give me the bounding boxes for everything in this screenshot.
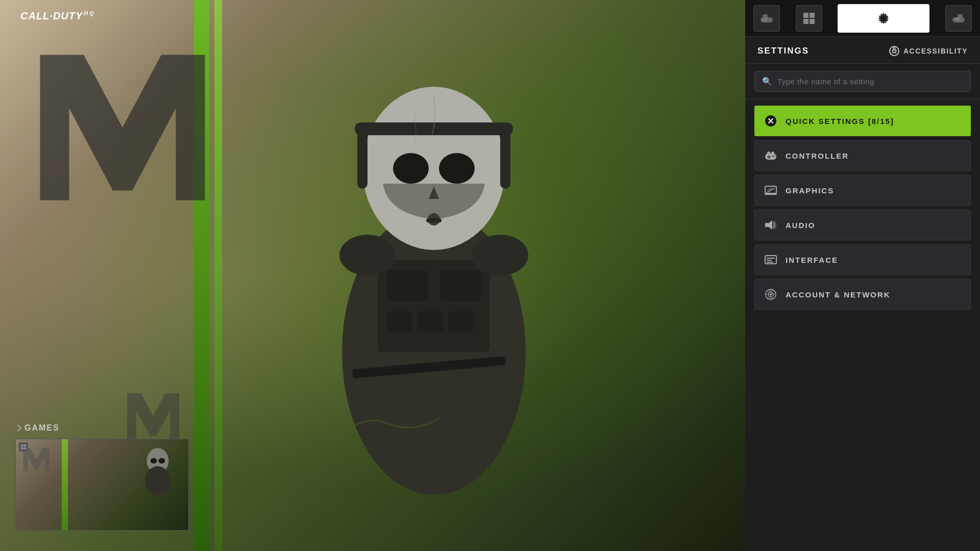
- settings-header: SETTINGS ACCESSIBILITY: [745, 37, 980, 64]
- cod-logo: CALL·DUTYHQ: [20, 10, 95, 22]
- svg-point-15: [472, 235, 528, 276]
- svg-point-39: [893, 47, 895, 49]
- ghost-character: [281, 0, 587, 551]
- nav-gear-button[interactable]: [838, 4, 929, 33]
- audio-icon: [764, 218, 777, 232]
- svg-point-23: [145, 466, 170, 495]
- svg-rect-50: [765, 193, 777, 195]
- svg-rect-3: [357, 128, 368, 189]
- svg-rect-44: [771, 152, 774, 156]
- game-background: CALL·DUTYHQ: [0, 0, 745, 551]
- gear-icon: [876, 11, 891, 26]
- accessibility-button[interactable]: ACCESSIBILITY: [889, 46, 968, 56]
- menu-item-account-network[interactable]: ACCOUNT & NETWORK: [754, 279, 971, 310]
- m-logo-large: [26, 31, 219, 224]
- menu-item-quick-settings[interactable]: QUICK SETTINGS [8/15]: [754, 106, 971, 136]
- graphics-label: GRAPHICS: [786, 186, 834, 195]
- svg-rect-4: [500, 128, 510, 189]
- svg-text:R1: R1: [955, 17, 960, 21]
- nav-left-button[interactable]: L1: [753, 5, 780, 32]
- interface-label: INTERFACE: [786, 256, 838, 264]
- search-input[interactable]: [777, 77, 963, 86]
- search-icon: 🔍: [762, 77, 772, 86]
- accessibility-label: ACCESSIBILITY: [903, 47, 968, 55]
- thumb-green-strip: [62, 439, 68, 530]
- nav-right-button[interactable]: R1: [945, 5, 972, 32]
- network-icon: [764, 288, 777, 301]
- game-thumbnail[interactable]: [15, 439, 189, 531]
- audio-label: AUDIO: [786, 221, 815, 230]
- svg-rect-54: [767, 260, 772, 261]
- svg-rect-24: [21, 444, 23, 447]
- svg-rect-53: [767, 258, 775, 259]
- svg-rect-27: [24, 447, 27, 450]
- svg-rect-26: [21, 447, 23, 450]
- menu-item-controller[interactable]: CONTROLLER: [754, 140, 971, 171]
- svg-point-6: [393, 153, 429, 184]
- controller-label: CONTROLLER: [786, 152, 849, 160]
- interface-icon: [764, 253, 777, 266]
- menu-item-graphics[interactable]: GRAPHICS: [754, 175, 971, 206]
- search-container: 🔍: [745, 64, 980, 99]
- svg-rect-55: [767, 262, 773, 263]
- svg-point-21: [151, 458, 157, 464]
- cod-logo-text: CALL·DUTYHQ: [20, 10, 95, 21]
- accessibility-icon: [889, 46, 899, 56]
- graphics-icon: [764, 184, 777, 197]
- top-nav: L1 R1: [745, 0, 980, 37]
- svg-text:L1: L1: [763, 17, 767, 21]
- settings-title: SETTINGS: [757, 46, 809, 56]
- settings-menu: QUICK SETTINGS [8/15] CONTROLLER: [745, 99, 980, 316]
- svg-rect-18: [448, 311, 474, 332]
- svg-point-47: [772, 156, 774, 157]
- svg-rect-12: [387, 270, 428, 301]
- svg-rect-17: [418, 311, 443, 332]
- quick-settings-label: QUICK SETTINGS [8/15]: [786, 117, 894, 126]
- svg-point-48: [774, 156, 775, 157]
- nav-grid-button[interactable]: [796, 5, 822, 32]
- svg-rect-32: [810, 13, 815, 18]
- search-wrapper: 🔍: [754, 71, 971, 92]
- svg-rect-13: [440, 270, 481, 301]
- svg-rect-46: [767, 156, 771, 158]
- right-panel: L1 R1 SETTIN: [745, 0, 980, 551]
- svg-rect-31: [803, 13, 808, 18]
- account-network-label: ACCOUNT & NETWORK: [786, 290, 891, 299]
- games-label-text: GAMES: [24, 423, 60, 433]
- x-circle-icon: [764, 114, 777, 128]
- svg-point-7: [439, 153, 475, 184]
- controller-icon: [764, 149, 777, 162]
- svg-rect-25: [24, 444, 27, 447]
- menu-item-audio[interactable]: AUDIO: [754, 210, 971, 240]
- svg-rect-10: [426, 218, 442, 222]
- thumb-icon: [19, 442, 28, 452]
- thumb-ghost: [137, 444, 178, 495]
- svg-rect-51: [765, 223, 769, 227]
- games-section: GAMES: [15, 423, 189, 531]
- menu-item-interface[interactable]: INTERFACE: [754, 244, 971, 275]
- games-label-row: GAMES: [15, 423, 189, 433]
- svg-rect-34: [810, 19, 815, 24]
- games-arrow-icon: [14, 424, 21, 432]
- svg-rect-43: [767, 152, 770, 156]
- svg-rect-16: [387, 311, 412, 332]
- svg-rect-33: [803, 19, 808, 24]
- svg-point-14: [339, 235, 396, 276]
- svg-point-22: [158, 458, 165, 464]
